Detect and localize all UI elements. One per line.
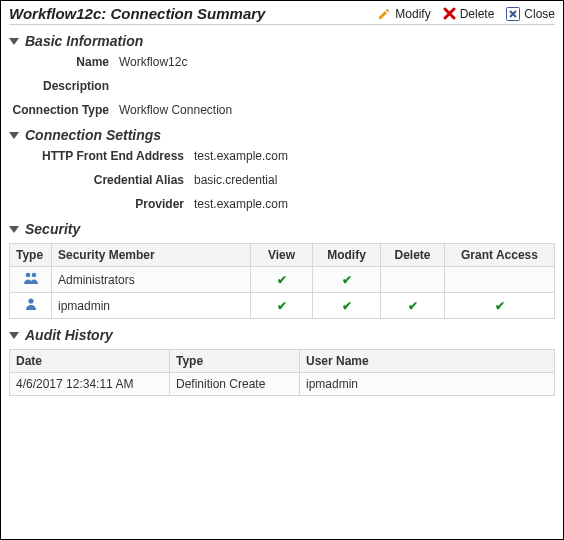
header: Workflow12c: Connection Summary Modify D…	[9, 5, 555, 25]
svg-point-2	[31, 273, 36, 278]
modify-label: Modify	[395, 7, 430, 21]
connection-settings-header[interactable]: Connection Settings	[9, 127, 555, 143]
security-member-cell: ipmadmin	[52, 293, 251, 319]
col-view: View	[251, 244, 313, 267]
basic-information-header[interactable]: Basic Information	[9, 33, 555, 49]
audit-history-heading: Audit History	[25, 327, 113, 343]
col-type: Type	[10, 244, 52, 267]
security-member-cell: Administrators	[52, 267, 251, 293]
permission-cell: ✔	[313, 293, 381, 319]
http-front-end-label: HTTP Front End Address	[9, 149, 194, 163]
security-heading: Security	[25, 221, 80, 237]
audit-table: Date Type User Name 4/6/2017 12:34:11 AM…	[9, 349, 555, 396]
svg-point-1	[25, 273, 30, 278]
page-title: Workflow12c: Connection Summary	[9, 5, 377, 22]
permission-cell: ✔	[445, 293, 555, 319]
col-member: Security Member	[52, 244, 251, 267]
basic-information-section: Basic Information Name Workflow12c Descr…	[9, 33, 555, 117]
group-icon	[23, 271, 39, 285]
audit-history-section: Audit History Date Type User Name 4/6/20…	[9, 327, 555, 396]
description-label: Description	[9, 79, 119, 93]
check-icon: ✔	[277, 299, 287, 313]
audit-history-header[interactable]: Audit History	[9, 327, 555, 343]
security-section: Security Type Security Member View Modif…	[9, 221, 555, 319]
chevron-down-icon	[9, 332, 19, 339]
provider-label: Provider	[9, 197, 194, 211]
table-row[interactable]: Administrators✔✔	[10, 267, 555, 293]
connection-settings-section: Connection Settings HTTP Front End Addre…	[9, 127, 555, 211]
permission-cell	[445, 267, 555, 293]
check-icon: ✔	[495, 299, 505, 313]
col-type: Type	[170, 350, 300, 373]
permission-cell: ✔	[251, 267, 313, 293]
pencil-icon	[377, 7, 391, 21]
connection-type-label: Connection Type	[9, 103, 119, 117]
col-grant: Grant Access	[445, 244, 555, 267]
col-delete: Delete	[381, 244, 445, 267]
table-row[interactable]: 4/6/2017 12:34:11 AMDefinition Createipm…	[10, 373, 555, 396]
chevron-down-icon	[9, 226, 19, 233]
close-button[interactable]: Close	[506, 7, 555, 21]
permission-cell: ✔	[313, 267, 381, 293]
provider-value: test.example.com	[194, 197, 288, 211]
permission-cell: ✔	[251, 293, 313, 319]
modify-button[interactable]: Modify	[377, 7, 430, 21]
security-header[interactable]: Security	[9, 221, 555, 237]
table-row[interactable]: ipmadmin✔✔✔✔	[10, 293, 555, 319]
col-modify: Modify	[313, 244, 381, 267]
http-front-end-value: test.example.com	[194, 149, 288, 163]
close-label: Close	[524, 7, 555, 21]
close-icon	[506, 7, 520, 21]
check-icon: ✔	[342, 273, 352, 287]
col-date: Date	[10, 350, 170, 373]
member-type-cell	[10, 267, 52, 293]
check-icon: ✔	[408, 299, 418, 313]
security-table: Type Security Member View Modify Delete …	[9, 243, 555, 319]
member-type-cell	[10, 293, 52, 319]
audit-user-cell: ipmadmin	[300, 373, 555, 396]
credential-alias-label: Credential Alias	[9, 173, 194, 187]
audit-type-cell: Definition Create	[170, 373, 300, 396]
col-user: User Name	[300, 350, 555, 373]
name-value: Workflow12c	[119, 55, 187, 69]
chevron-down-icon	[9, 38, 19, 45]
basic-information-heading: Basic Information	[25, 33, 143, 49]
audit-date-cell: 4/6/2017 12:34:11 AM	[10, 373, 170, 396]
toolbar: Modify Delete Close	[377, 7, 555, 21]
connection-settings-heading: Connection Settings	[25, 127, 161, 143]
permission-cell: ✔	[381, 293, 445, 319]
check-icon: ✔	[277, 273, 287, 287]
delete-icon	[443, 7, 456, 20]
check-icon: ✔	[342, 299, 352, 313]
delete-button[interactable]: Delete	[443, 7, 495, 21]
chevron-down-icon	[9, 132, 19, 139]
user-icon	[24, 297, 38, 311]
svg-point-3	[28, 298, 33, 303]
credential-alias-value: basic.credential	[194, 173, 277, 187]
name-label: Name	[9, 55, 119, 69]
permission-cell	[381, 267, 445, 293]
connection-type-value: Workflow Connection	[119, 103, 232, 117]
delete-label: Delete	[460, 7, 495, 21]
